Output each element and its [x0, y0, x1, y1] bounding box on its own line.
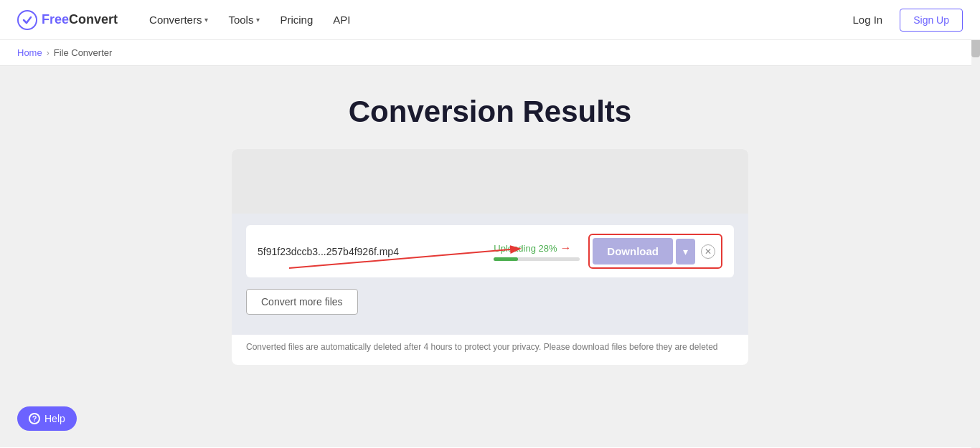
convert-more-button[interactable]: Convert more files [246, 289, 358, 315]
download-button[interactable]: Download [593, 238, 673, 264]
breadcrumb-current: File Converter [54, 47, 113, 58]
main-content: Conversion Results 5f91f23dccb3...257b4f… [0, 66, 980, 447]
cancel-button[interactable]: ✕ [698, 242, 718, 262]
download-group: Download ▾ ✕ [588, 234, 722, 269]
file-info: 5f91f23dccb3...257b4f926f.mp4 [258, 246, 485, 257]
help-button[interactable]: ? Help [17, 406, 77, 431]
download-chevron-icon: ▾ [683, 246, 688, 257]
nav-pricing[interactable]: Pricing [271, 8, 321, 32]
breadcrumb: Home › File Converter [0, 40, 980, 66]
login-button[interactable]: Log In [844, 9, 891, 30]
file-name: 5f91f23dccb3...257b4f926f.mp4 [258, 246, 485, 257]
tools-chevron-icon: ▾ [256, 16, 260, 24]
upload-label: Uploading 28% → [494, 242, 580, 254]
svg-point-0 [18, 11, 37, 29]
ad-banner [232, 149, 748, 214]
help-label: Help [44, 413, 65, 424]
progress-bar-background [494, 257, 580, 261]
upload-arrow-icon: → [560, 242, 572, 254]
progress-bar-fill [494, 257, 518, 261]
download-dropdown-button[interactable]: ▾ [676, 239, 695, 264]
nav-tools[interactable]: Tools ▾ [220, 8, 268, 32]
scrollbar[interactable] [971, 0, 980, 447]
annotation-container: 5f91f23dccb3...257b4f926f.mp4 Uploading … [246, 225, 734, 277]
cancel-icon: ✕ [701, 244, 715, 259]
main-nav: Converters ▾ Tools ▾ Pricing API [141, 8, 844, 32]
converters-chevron-icon: ▾ [204, 16, 208, 24]
disclaimer: Converted files are automatically delete… [232, 335, 748, 365]
breadcrumb-home[interactable]: Home [17, 47, 42, 58]
nav-api[interactable]: API [324, 8, 359, 32]
file-row: 5f91f23dccb3...257b4f926f.mp4 Uploading … [246, 225, 734, 277]
upload-status: Uploading 28% → [494, 242, 580, 261]
nav-converters[interactable]: Converters ▾ [141, 8, 217, 32]
convert-more-row: Convert more files [246, 286, 734, 320]
header-actions: Log In Sign Up [844, 9, 963, 32]
file-section: 5f91f23dccb3...257b4f926f.mp4 Uploading … [232, 214, 748, 335]
breadcrumb-separator: › [47, 48, 50, 58]
logo[interactable]: FreeConvert [17, 10, 118, 30]
page-title: Conversion Results [349, 95, 631, 129]
logo-icon [17, 10, 37, 30]
content-card: 5f91f23dccb3...257b4f926f.mp4 Uploading … [232, 149, 748, 365]
signup-button[interactable]: Sign Up [900, 9, 963, 32]
header: FreeConvert Converters ▾ Tools ▾ Pricing… [0, 0, 980, 40]
help-icon: ? [29, 413, 40, 424]
